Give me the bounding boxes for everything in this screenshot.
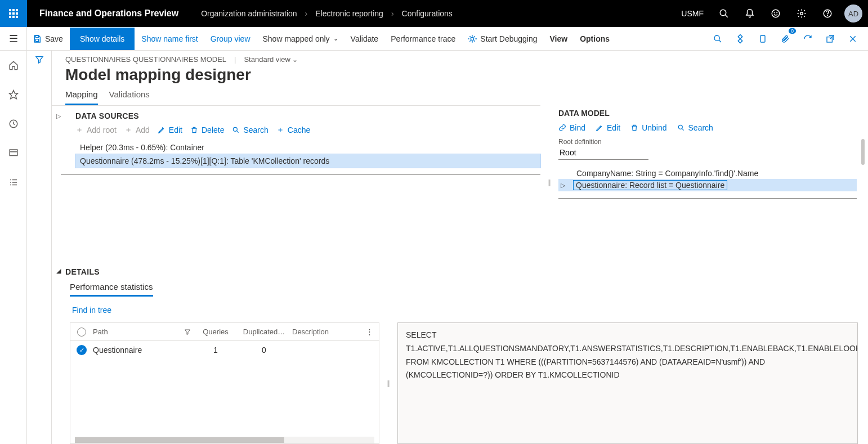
show-details-label: Show details <box>80 34 124 43</box>
bind-button[interactable]: Bind <box>558 123 585 132</box>
dm-edit-button[interactable]: Edit <box>596 123 620 132</box>
refresh-icon[interactable] <box>799 30 816 47</box>
validate-label: Validate <box>351 34 379 43</box>
nav-toggle[interactable]: ☰ <box>0 27 27 50</box>
splitter-handle[interactable]: ║ <box>385 322 392 444</box>
splitter-handle[interactable]: ║ <box>546 105 553 259</box>
company-code[interactable]: USMF <box>675 9 709 18</box>
svg-rect-8 <box>35 35 38 37</box>
search-button[interactable]: Search <box>232 125 268 135</box>
start-debugging-label: Start Debugging <box>480 34 537 43</box>
link-icon <box>558 124 566 132</box>
tab-validations[interactable]: Validations <box>109 89 150 105</box>
tree-row-selected[interactable]: Questionnaire (478.2ms - 15.25%)[1][Q:1]… <box>75 154 540 168</box>
chevron-right-icon: › <box>305 9 308 18</box>
show-name-first-button[interactable]: Show name first <box>136 28 203 50</box>
group-view-button[interactable]: Group view <box>205 28 256 50</box>
left-nav-rail <box>0 51 27 444</box>
tab-mapping[interactable]: Mapping <box>65 89 98 105</box>
expand-icon[interactable]: ▷ <box>561 182 569 189</box>
start-debugging-button[interactable]: Start Debugging <box>462 28 543 50</box>
cell-duplicated: 0 <box>236 346 292 355</box>
modules-icon[interactable] <box>0 172 27 192</box>
dm-tree-row[interactable]: CompanyName: String = CompanyInfo.'find(… <box>558 168 857 179</box>
smiley-icon[interactable] <box>764 0 787 27</box>
svg-point-3 <box>774 12 775 13</box>
scrollbar-thumb[interactable] <box>861 139 865 165</box>
performance-trace-button[interactable]: Performance trace <box>385 28 461 50</box>
show-details-button[interactable]: Show details <box>70 28 135 50</box>
close-icon[interactable] <box>844 30 861 47</box>
breadcrumb-item[interactable]: Organization administration <box>201 9 297 18</box>
gear-icon[interactable] <box>790 0 813 27</box>
cache-button[interactable]: ＋ Cache <box>276 125 310 135</box>
search-icon[interactable] <box>713 0 735 27</box>
dm-search-button[interactable]: Search <box>677 123 713 132</box>
breadcrumb: Organization administration › Electronic… <box>191 9 453 18</box>
sql-preview[interactable]: SELECT T1.ACTIVE,T1.ALLQUESTIONSMANDATOR… <box>397 322 858 444</box>
grid-row[interactable]: ✓ Questionnaire 1 0 <box>70 341 379 359</box>
find-in-tree-link[interactable]: Find in tree <box>56 306 863 315</box>
view-button[interactable]: View <box>544 28 574 50</box>
app-launcher-button[interactable] <box>0 0 27 27</box>
validate-button[interactable]: Validate <box>345 28 384 50</box>
col-path[interactable]: Path <box>93 328 195 336</box>
cell-queries: 1 <box>195 346 236 355</box>
delete-button[interactable]: Delete <box>190 125 224 135</box>
popout-icon[interactable] <box>822 30 839 47</box>
collapse-icon[interactable]: ◢ <box>56 267 61 275</box>
trash-icon <box>630 124 638 132</box>
options-button[interactable]: Options <box>574 28 615 50</box>
row-checkbox-checked[interactable]: ✓ <box>77 345 87 355</box>
workspace-icon[interactable] <box>0 143 27 163</box>
help-icon[interactable] <box>816 0 839 27</box>
search-action-icon[interactable] <box>709 30 726 47</box>
col-description[interactable]: Description <box>292 328 360 336</box>
svg-line-30 <box>682 128 684 131</box>
options-label: Options <box>580 34 610 43</box>
col-duplicated[interactable]: Duplicated… <box>236 328 292 336</box>
svg-line-1 <box>725 15 728 17</box>
tree-row[interactable]: Helper (20.3ms - 0.65%): Container <box>75 141 540 154</box>
debug-icon <box>468 34 477 43</box>
select-all-checkbox[interactable] <box>77 328 86 337</box>
grid-menu-icon[interactable]: ⋮ <box>360 328 379 336</box>
home-icon[interactable] <box>0 55 27 75</box>
diamond-icon[interactable] <box>732 30 749 47</box>
actionbar: ☰ Save Show details Show name first Grou… <box>0 27 868 51</box>
breadcrumb-item[interactable]: Electronic reporting <box>315 9 383 18</box>
cell-path: Questionnaire <box>93 346 195 355</box>
expand-icon[interactable]: ▷ <box>56 109 66 120</box>
root-definition-input[interactable] <box>558 146 648 160</box>
avatar[interactable]: AD <box>844 5 862 23</box>
show-mapped-only-dropdown[interactable]: Show mapped only ⌄ <box>257 28 344 50</box>
svg-point-0 <box>720 10 726 16</box>
unbind-button[interactable]: Unbind <box>630 123 666 132</box>
search-icon <box>677 124 685 132</box>
performance-grid: Path Queries Duplicated… Description ⋮ ✓… <box>70 322 379 444</box>
view-label: View <box>550 34 568 43</box>
star-icon[interactable] <box>0 84 27 105</box>
clock-icon[interactable] <box>0 114 27 134</box>
chevron-down-icon: ⌄ <box>292 56 298 64</box>
horizontal-scrollbar[interactable] <box>75 437 374 443</box>
save-button[interactable]: Save <box>27 28 69 50</box>
show-name-first-label: Show name first <box>141 34 198 43</box>
attach-badge-icon[interactable]: 0 <box>777 30 794 47</box>
edit-button[interactable]: Edit <box>158 125 182 135</box>
filter-rail <box>27 51 52 444</box>
bell-icon[interactable] <box>739 0 761 27</box>
svg-rect-19 <box>10 150 17 156</box>
view-selector[interactable]: Standard view ⌄ <box>244 55 298 64</box>
page-crumb: QUESTIONNAIRES QUESTIONNAIRES MODEL <box>65 55 226 64</box>
breadcrumb-item[interactable]: Configurations <box>402 9 453 18</box>
dm-tree-row-selected[interactable]: ▷ Questionnaire: Record list = Questionn… <box>558 179 857 191</box>
root-definition-label: Root definition <box>558 138 857 146</box>
funnel-icon[interactable] <box>184 329 195 335</box>
funnel-icon[interactable] <box>35 55 44 444</box>
document-icon[interactable] <box>754 30 771 47</box>
search-icon <box>232 126 240 134</box>
tab-performance-statistics[interactable]: Performance statistics <box>70 282 153 297</box>
col-queries[interactable]: Queries <box>195 328 236 336</box>
pencil-icon <box>158 126 165 134</box>
